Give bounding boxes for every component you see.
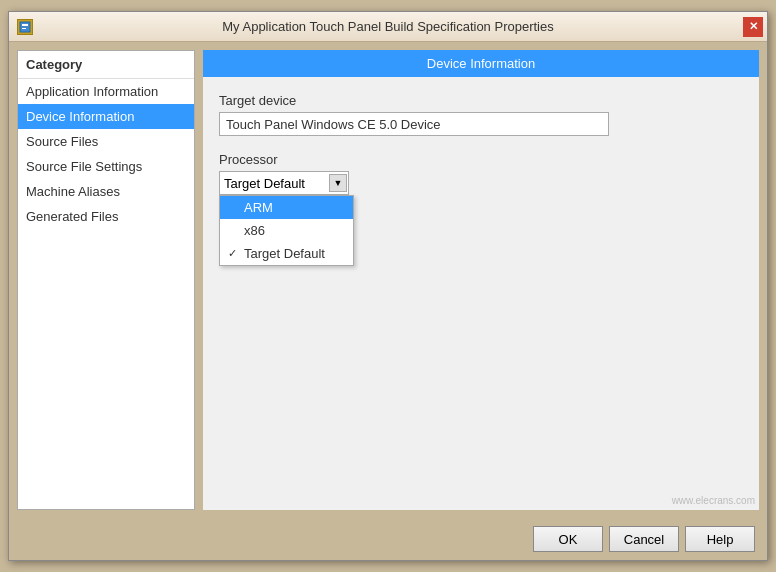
sidebar: Category Application Information Device … — [17, 50, 195, 510]
svg-rect-1 — [22, 24, 28, 26]
target-device-input[interactable] — [219, 112, 609, 136]
panel-header: Device Information — [203, 50, 759, 77]
content-area: Category Application Information Device … — [9, 42, 767, 518]
processor-selected-value: Target Default — [224, 176, 344, 191]
arm-label: ARM — [244, 200, 273, 215]
ok-button[interactable]: OK — [533, 526, 603, 552]
target-default-check: ✓ — [228, 247, 240, 260]
cancel-button[interactable]: Cancel — [609, 526, 679, 552]
sidebar-item-machine-aliases[interactable]: Machine Aliases — [18, 179, 194, 204]
processor-dropdown-container: Target Default ▼ ARM x86 — [219, 171, 349, 195]
processor-option-target-default[interactable]: ✓ Target Default — [220, 242, 353, 265]
main-window: My Application Touch Panel Build Specifi… — [8, 11, 768, 561]
processor-label: Processor — [219, 152, 743, 167]
sidebar-header: Category — [18, 51, 194, 79]
help-button[interactable]: Help — [685, 526, 755, 552]
processor-select[interactable]: Target Default ▼ — [219, 171, 349, 195]
sidebar-item-generated-files[interactable]: Generated Files — [18, 204, 194, 229]
app-icon — [17, 19, 33, 35]
window-title: My Application Touch Panel Build Specifi… — [222, 19, 553, 34]
panel-body: Target device Processor Target Default ▼ — [203, 77, 759, 510]
processor-option-x86[interactable]: x86 — [220, 219, 353, 242]
close-button[interactable]: ✕ — [743, 17, 763, 37]
main-panel: Device Information Target device Process… — [203, 50, 759, 510]
processor-option-arm[interactable]: ARM — [220, 196, 353, 219]
footer: OK Cancel Help — [9, 518, 767, 560]
svg-rect-2 — [22, 28, 26, 29]
title-bar: My Application Touch Panel Build Specifi… — [9, 12, 767, 42]
target-device-label: Target device — [219, 93, 743, 108]
watermark: www.elecrans.com — [672, 495, 755, 506]
svg-rect-0 — [20, 22, 30, 32]
x86-label: x86 — [244, 223, 265, 238]
target-default-label: Target Default — [244, 246, 325, 261]
processor-dropdown-popup: ARM x86 ✓ Target Default — [219, 195, 354, 266]
sidebar-item-application-information[interactable]: Application Information — [18, 79, 194, 104]
sidebar-item-device-information[interactable]: Device Information — [18, 104, 194, 129]
sidebar-item-source-files[interactable]: Source Files — [18, 129, 194, 154]
sidebar-item-source-file-settings[interactable]: Source File Settings — [18, 154, 194, 179]
